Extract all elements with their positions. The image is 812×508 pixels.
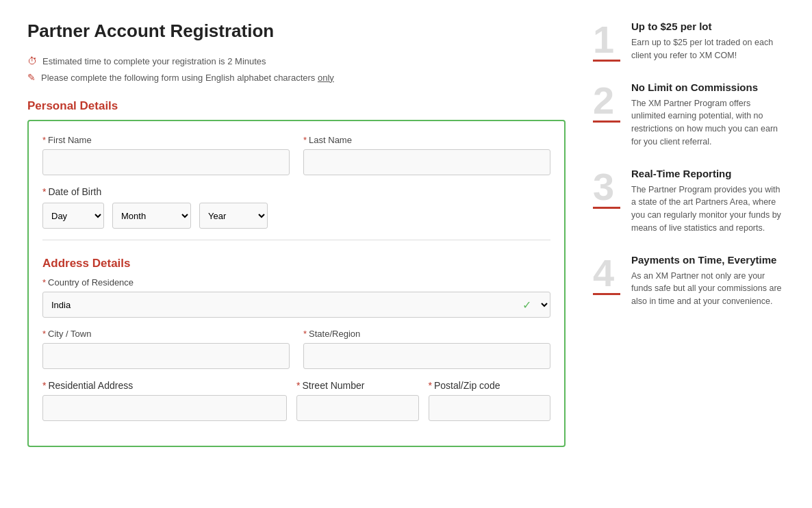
postal-zip-input[interactable] — [429, 395, 551, 421]
benefit-title-3: Real-Time Reporting — [631, 168, 785, 179]
info-row-english: ✎ Please complete the following form usi… — [27, 72, 566, 83]
benefit-number-3: 3 — [593, 168, 620, 206]
address-details-title: Address Details — [42, 257, 550, 270]
dob-day-select[interactable]: Day 12345 678910 1112131415 1617181920 2… — [42, 203, 104, 229]
country-label: *Country of Residence — [42, 277, 550, 288]
street-number-input[interactable] — [296, 395, 419, 421]
country-select[interactable]: India United States United Kingdom Austr… — [42, 292, 550, 318]
benefit-item-1: 1 Up to $25 per lot Earn up to $25 per l… — [593, 21, 785, 62]
registration-form: *First Name *Last Name *Date of Birth — [27, 120, 566, 447]
benefit-content-2: No Limit on Commissions The XM Partner P… — [631, 81, 785, 149]
first-name-label: *First Name — [42, 135, 290, 145]
country-select-wrapper: India United States United Kingdom Austr… — [42, 292, 550, 318]
benefit-desc-2: The XM Partner Program offers unlimited … — [631, 97, 785, 149]
page-wrapper: Partner Account Registration ⏱ Estimated… — [0, 0, 812, 468]
benefit-item-4: 4 Payments on Time, Everytime As an XM P… — [593, 254, 785, 308]
dob-month-select[interactable]: Month JanuaryFebruaryMarch AprilMayJune … — [112, 203, 191, 229]
clock-icon: ⏱ — [27, 55, 37, 66]
city-input[interactable] — [42, 343, 290, 369]
benefit-number-4: 4 — [593, 254, 620, 292]
postal-input-wrap — [429, 395, 551, 421]
res-address-label-wrap: *Residential Address — [42, 380, 287, 391]
info-text-time: Estimated time to complete your registra… — [42, 56, 266, 66]
benefit-title-1: Up to $25 per lot — [631, 21, 785, 32]
state-label: *State/Region — [303, 329, 550, 339]
benefit-content-4: Payments on Time, Everytime As an XM Par… — [631, 254, 785, 308]
last-name-group: *Last Name — [303, 135, 550, 175]
benefit-content-3: Real-Time Reporting The Partner Program … — [631, 168, 785, 235]
residential-address-input[interactable] — [42, 395, 287, 421]
city-state-row: *City / Town *State/Region — [42, 329, 550, 369]
name-row: *First Name *Last Name — [42, 135, 550, 175]
page-title: Partner Account Registration — [27, 21, 566, 42]
res-address-label: *Residential Address — [42, 380, 133, 391]
last-name-input[interactable] — [303, 149, 550, 175]
res-address-input-wrap — [42, 395, 287, 421]
benefit-desc-4: As an XM Partner not only are your funds… — [631, 270, 785, 308]
dob-label: *Date of Birth — [42, 186, 101, 197]
personal-details-title: Personal Details — [27, 99, 566, 113]
benefit-desc-1: Earn up to $25 per lot traded on each cl… — [631, 36, 785, 62]
state-group: *State/Region — [303, 329, 550, 369]
dob-month-group: Month JanuaryFebruaryMarch AprilMayJune … — [112, 203, 191, 229]
left-panel: Partner Account Registration ⏱ Estimated… — [27, 21, 566, 447]
address-labels-row: *Residential Address *Street Number *Pos… — [42, 380, 550, 391]
dob-row: Day 12345 678910 1112131415 1617181920 2… — [42, 203, 550, 229]
first-name-input[interactable] — [42, 149, 290, 175]
state-input[interactable] — [303, 343, 550, 369]
address-inputs-row — [42, 395, 550, 421]
dob-year-group: Year 2005200420032002 2001200019991998 1… — [199, 203, 268, 229]
country-group: *Country of Residence India United State… — [42, 277, 550, 318]
benefit-number-2: 2 — [593, 81, 620, 120]
benefit-item-3: 3 Real-Time Reporting The Partner Progra… — [593, 168, 785, 235]
street-input-wrap — [296, 395, 419, 421]
right-panel: 1 Up to $25 per lot Earn up to $25 per l… — [593, 21, 785, 447]
postal-label: *Postal/Zip code — [429, 380, 500, 391]
dob-day-group: Day 12345 678910 1112131415 1617181920 2… — [42, 203, 104, 229]
info-row-time: ⏱ Estimated time to complete your regist… — [27, 55, 566, 66]
benefit-number-1: 1 — [593, 21, 620, 59]
info-text-english: Please complete the following form using… — [41, 73, 334, 83]
city-label: *City / Town — [42, 329, 290, 339]
postal-label-wrap: *Postal/Zip code — [429, 380, 551, 391]
benefit-item-2: 2 No Limit on Commissions The XM Partner… — [593, 81, 785, 149]
dob-year-select[interactable]: Year 2005200420032002 2001200019991998 1… — [199, 203, 268, 229]
benefit-desc-3: The Partner Program provides you with a … — [631, 183, 785, 235]
street-label-wrap: *Street Number — [296, 380, 419, 391]
form-divider — [42, 240, 550, 240]
benefit-title-2: No Limit on Commissions — [631, 81, 785, 93]
dob-label-row: *Date of Birth — [42, 186, 550, 197]
benefit-title-4: Payments on Time, Everytime — [631, 254, 785, 266]
benefit-content-1: Up to $25 per lot Earn up to $25 per lot… — [631, 21, 785, 62]
last-name-label: *Last Name — [303, 135, 550, 145]
street-label: *Street Number — [296, 380, 365, 391]
first-name-group: *First Name — [42, 135, 290, 175]
city-group: *City / Town — [42, 329, 290, 369]
pencil-icon: ✎ — [27, 72, 36, 83]
